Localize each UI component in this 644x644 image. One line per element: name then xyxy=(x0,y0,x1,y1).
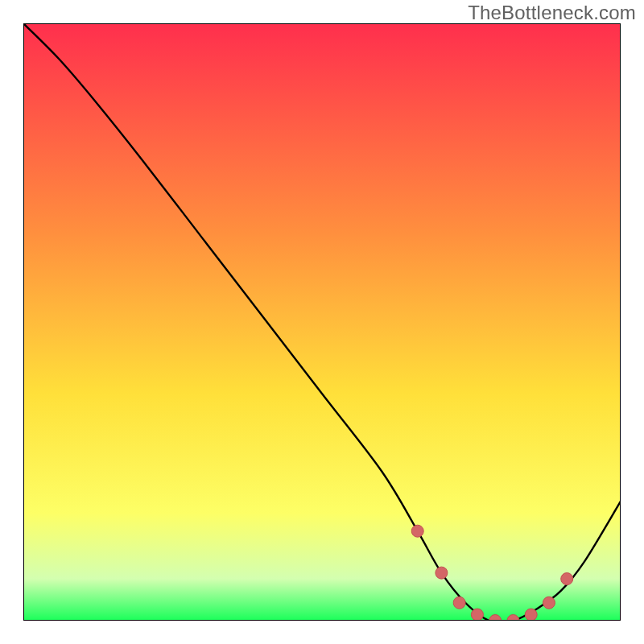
data-marker xyxy=(453,597,465,609)
chart-container: TheBottleneck.com xyxy=(0,0,644,644)
plot-area xyxy=(23,23,621,621)
data-marker xyxy=(543,597,555,609)
chart-svg xyxy=(23,23,621,621)
data-marker xyxy=(411,525,423,537)
data-marker xyxy=(525,609,537,621)
watermark-text: TheBottleneck.com xyxy=(468,2,636,24)
data-marker xyxy=(471,609,483,621)
data-marker xyxy=(436,567,448,579)
gradient-background xyxy=(23,23,621,621)
data-marker xyxy=(561,573,573,585)
